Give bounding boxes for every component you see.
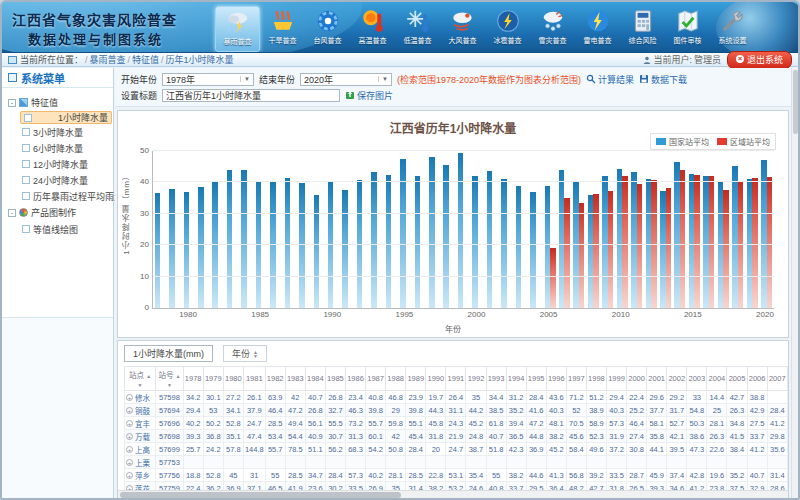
station-id-column-header[interactable]: 站号 ▲▼ — [156, 367, 183, 391]
bar-区域站平均-2010[interactable] — [622, 176, 627, 309]
bar-group-1998[interactable] — [442, 151, 456, 308]
bar-国家站平均-1981[interactable] — [198, 187, 203, 308]
tree-expand-icon[interactable]: - — [8, 99, 16, 107]
bar-国家站平均-1980[interactable] — [184, 192, 189, 308]
bar-国家站平均-2004[interactable] — [530, 192, 535, 308]
expand-row-icon[interactable]: + — [126, 433, 133, 440]
bar-group-1985[interactable] — [254, 151, 268, 308]
measure-box[interactable]: 1小时降水量(mm) — [124, 345, 213, 362]
tree-item-12小时降水量[interactable]: 12小时降水量 — [20, 156, 109, 172]
bar-区域站平均-2008[interactable] — [593, 194, 598, 308]
bar-group-2014[interactable] — [673, 151, 687, 308]
tree-item-3小时降水量[interactable]: 3小时降水量 — [20, 124, 109, 140]
expand-row-icon[interactable]: + — [126, 420, 133, 427]
station-name-cell[interactable]: +宜丰 — [125, 417, 156, 430]
year-column-header[interactable]: 2004 — [707, 367, 727, 391]
logout-button[interactable]: × 退出系统 — [727, 51, 792, 69]
tree-group-0[interactable]: -特征值 — [6, 94, 109, 111]
bar-group-2018[interactable] — [731, 151, 745, 308]
bar-国家站平均-2003[interactable] — [516, 186, 521, 308]
year-column-header[interactable]: 1980 — [223, 367, 243, 391]
breadcrumb-item[interactable]: 历年1小时降水量 — [166, 55, 234, 65]
bar-group-2016[interactable] — [702, 151, 716, 308]
vertical-scrollbar[interactable] — [791, 68, 798, 498]
toolbar-item-settings[interactable]: 系统设置 — [710, 6, 755, 52]
bar-group-2010[interactable] — [615, 151, 629, 308]
bar-group-2000[interactable] — [471, 151, 485, 308]
download-button[interactable]: 数据下载 — [639, 73, 687, 86]
toolbar-item-cold[interactable]: 低温普查 — [395, 6, 440, 52]
year-column-header[interactable]: 1990 — [426, 367, 446, 391]
bar-group-2020[interactable] — [759, 151, 773, 308]
bar-区域站平均-2011[interactable] — [637, 184, 642, 308]
bar-国家站平均-1991[interactable] — [342, 190, 347, 308]
bar-group-1984[interactable] — [240, 151, 254, 308]
year-column-header[interactable]: 1986 — [345, 367, 365, 391]
toolbar-item-map-audit[interactable]: 图件审核 — [665, 6, 710, 52]
year-column-header[interactable]: 1982 — [265, 367, 285, 391]
bar-group-1996[interactable] — [413, 151, 427, 308]
bar-group-2009[interactable] — [601, 151, 615, 308]
save-image-button[interactable]: 保存图片 — [345, 89, 393, 102]
breadcrumb-item[interactable]: 特征值 — [132, 55, 159, 65]
bar-group-1987[interactable] — [283, 151, 297, 308]
year-column-header[interactable]: 1988 — [386, 367, 406, 391]
bar-区域站平均-2015[interactable] — [694, 175, 699, 308]
bar-group-2013[interactable] — [658, 151, 672, 308]
bar-group-1992[interactable] — [355, 151, 369, 308]
toolbar-item-lightning[interactable]: 雷电普查 — [575, 6, 620, 52]
bar-区域站平均-2005[interactable] — [550, 248, 555, 308]
bar-group-1989[interactable] — [312, 151, 326, 308]
tree-group-1[interactable]: -产品图制作 — [6, 204, 109, 221]
expand-row-icon[interactable]: + — [126, 394, 133, 401]
calculate-button[interactable]: 计算结果 — [586, 73, 634, 86]
bar-国家站平均-1999[interactable] — [458, 153, 463, 308]
bar-国家站平均-1988[interactable] — [299, 183, 304, 308]
bar-区域站平均-2020[interactable] — [767, 177, 772, 308]
bar-国家站平均-1978[interactable] — [155, 193, 160, 308]
expand-row-icon[interactable]: + — [126, 446, 133, 453]
year-column-header[interactable]: 1996 — [546, 367, 566, 391]
start-year-select[interactable]: 1978年▼ — [162, 73, 254, 86]
legend-item-国家站平均[interactable]: 国家站平均 — [656, 136, 709, 147]
bar-区域站平均-2019[interactable] — [752, 178, 757, 308]
bar-group-1991[interactable] — [341, 151, 355, 308]
horizontal-scrollbar[interactable] — [118, 490, 788, 499]
tree-item-6小时降水量[interactable]: 6小时降水量 — [20, 140, 109, 156]
bar-group-1988[interactable] — [297, 151, 311, 308]
expand-row-icon[interactable]: + — [126, 459, 133, 466]
bar-group-2004[interactable] — [528, 151, 542, 308]
year-column-header[interactable]: 1992 — [466, 367, 486, 391]
bar-国家站平均-1993[interactable] — [371, 172, 376, 308]
bar-国家站平均-1998[interactable] — [443, 165, 448, 308]
horizontal-scrollbar-thumb[interactable] — [120, 492, 401, 498]
year-column-header[interactable]: 1981 — [243, 367, 265, 391]
toolbar-item-hail[interactable]: 冰雹普查 — [485, 6, 530, 52]
year-column-header[interactable]: 1989 — [406, 367, 426, 391]
bar-国家站平均-2001[interactable] — [487, 171, 492, 308]
station-name-cell[interactable]: +萍乡 — [125, 469, 156, 482]
year-column-header[interactable]: 1978 — [183, 367, 203, 391]
bar-区域站平均-2007[interactable] — [579, 203, 584, 308]
year-column-header[interactable]: 1987 — [366, 367, 386, 391]
station-name-cell[interactable]: +万载 — [125, 430, 156, 443]
breadcrumb-item[interactable]: 暴雨普查 — [90, 55, 126, 65]
year-column-header[interactable]: 2000 — [627, 367, 647, 391]
expand-row-icon[interactable]: + — [126, 472, 133, 479]
year-column-header[interactable]: 2002 — [667, 367, 687, 391]
bar-国家站平均-1983[interactable] — [227, 170, 232, 308]
bar-group-2007[interactable] — [572, 151, 586, 308]
tree-item-1小时降水量[interactable]: 1小时降水量 — [20, 111, 112, 124]
bar-区域站平均-2009[interactable] — [608, 191, 613, 308]
bar-group-1982[interactable] — [211, 151, 225, 308]
toolbar-item-wind[interactable]: 大风普查 — [440, 6, 485, 52]
legend-item-区域站平均[interactable]: 区域站平均 — [717, 136, 770, 147]
year-column-header[interactable]: 1997 — [566, 367, 586, 391]
vertical-scrollbar-thumb[interactable] — [793, 70, 798, 134]
year-column-header[interactable]: 1984 — [305, 367, 325, 391]
station-name-cell[interactable]: +铜鼓 — [125, 404, 156, 417]
bar-区域站平均-2014[interactable] — [680, 170, 685, 308]
bar-group-2015[interactable] — [687, 151, 701, 308]
bar-group-1983[interactable] — [225, 151, 239, 308]
toolbar-item-rainstorm[interactable]: 暴雨普查 — [215, 6, 260, 52]
